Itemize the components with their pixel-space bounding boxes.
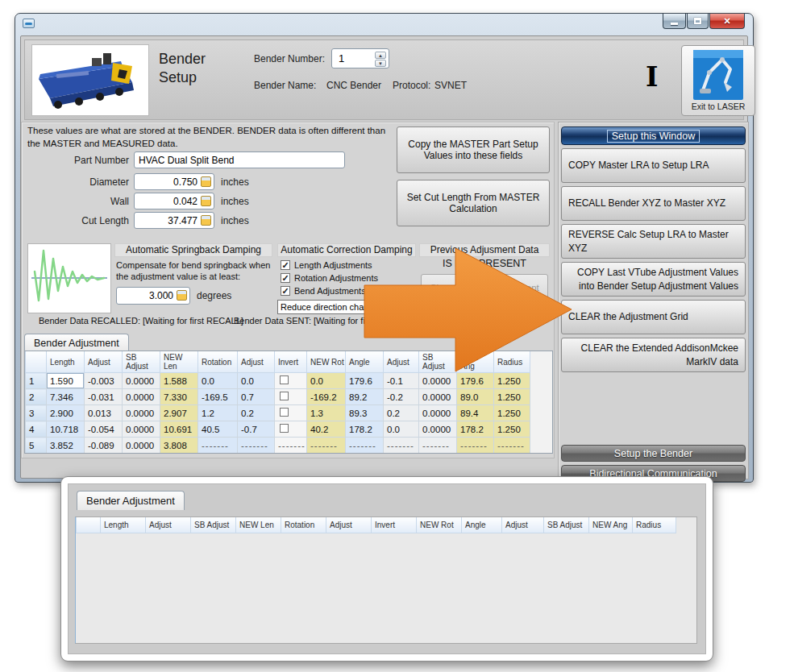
column-header[interactable]: SB Adjust bbox=[123, 351, 160, 373]
grid-cell[interactable]: 0.0000 bbox=[123, 405, 160, 421]
setup-the-bender-button[interactable]: Setup the Bender bbox=[561, 445, 746, 462]
grid-cell[interactable]: 179.6 bbox=[346, 373, 384, 389]
column-header[interactable]: Invert bbox=[275, 351, 307, 373]
bender-number-spinner[interactable]: 1 ▲ ▼ bbox=[331, 48, 389, 68]
grid-cell[interactable]: -169.2 bbox=[307, 389, 346, 405]
grid-cell[interactable]: 0.0000 bbox=[419, 389, 457, 405]
checkbox-icon[interactable]: ✓ bbox=[281, 286, 290, 296]
part-number-input[interactable]: HVAC Dual Split Bend bbox=[134, 151, 345, 168]
grid-cell[interactable]: 0.0 bbox=[384, 421, 419, 438]
grid-cell[interactable]: 0.7 bbox=[238, 389, 275, 405]
grid-cell[interactable] bbox=[275, 373, 307, 389]
grid-cell[interactable]: 0.2 bbox=[384, 405, 419, 421]
column-header[interactable]: SB Adjust bbox=[419, 351, 457, 373]
grid-cell[interactable]: 1.3 bbox=[307, 405, 346, 421]
grid-cell[interactable]: -169.5 bbox=[198, 389, 238, 405]
column-header[interactable]: NEW Rot bbox=[417, 517, 462, 533]
column-header[interactable]: Adjust bbox=[238, 351, 275, 373]
column-header[interactable]: NEW Ang bbox=[457, 351, 494, 373]
spinner-down-icon[interactable]: ▼ bbox=[375, 60, 386, 67]
grid-cell[interactable]: 0.0000 bbox=[123, 389, 160, 405]
grid-cell[interactable]: 89.3 bbox=[346, 405, 384, 421]
row-header[interactable]: 4 bbox=[26, 421, 47, 438]
column-header[interactable]: Rotation bbox=[198, 351, 238, 373]
reverse-calc-button[interactable]: REVERSE Calc Setup LRA to Master XYZ bbox=[561, 224, 746, 259]
column-header[interactable]: Radius bbox=[633, 517, 676, 533]
bend-adjustments-checkbox[interactable]: ✓ Bend Adjustments bbox=[281, 286, 366, 296]
column-header[interactable]: Adjust bbox=[326, 517, 372, 533]
grid-cell[interactable]: ------- bbox=[346, 438, 384, 454]
grid-cell[interactable]: 1.588 bbox=[160, 373, 198, 389]
copy-last-vtube-adjustments-button[interactable]: COPY Last VTube Adjustment Values into B… bbox=[561, 262, 746, 297]
column-header[interactable]: Radius bbox=[494, 351, 530, 373]
column-header[interactable]: NEW Len bbox=[236, 517, 281, 533]
column-header[interactable]: Angle bbox=[346, 351, 384, 373]
grid-cell[interactable] bbox=[275, 389, 307, 405]
row-header[interactable]: 1 bbox=[26, 373, 47, 389]
grid-cell[interactable] bbox=[275, 421, 307, 438]
length-adjustments-checkbox[interactable]: ✓ Length Adjustments bbox=[281, 260, 372, 270]
calculator-icon[interactable] bbox=[201, 196, 211, 206]
grid-cell[interactable]: -0.2 bbox=[384, 389, 419, 405]
grid-cell[interactable]: -0.7 bbox=[238, 421, 275, 438]
springback-threshold-input[interactable]: 3.000 bbox=[116, 287, 190, 305]
grid-cell[interactable]: ------- bbox=[275, 438, 307, 454]
copy-master-values-button[interactable]: Copy the MASTER Part Setup Values into t… bbox=[397, 127, 550, 173]
setup-this-window-button[interactable]: Setup this Window bbox=[561, 127, 746, 145]
calculator-icon[interactable] bbox=[177, 290, 187, 301]
invert-checkbox[interactable] bbox=[280, 392, 289, 400]
grid-cell[interactable]: 0.0000 bbox=[419, 405, 457, 421]
grid-cell[interactable]: 2.907 bbox=[160, 405, 198, 421]
column-header[interactable]: Length bbox=[101, 517, 146, 533]
invert-checkbox[interactable] bbox=[280, 424, 289, 433]
grid-cell[interactable]: -0.089 bbox=[85, 438, 123, 454]
wall-input[interactable]: 0.042 bbox=[134, 193, 214, 209]
row-header[interactable]: 2 bbox=[26, 389, 47, 405]
grid-cell[interactable]: 178.2 bbox=[346, 421, 384, 438]
row-header[interactable]: 5 bbox=[26, 438, 47, 454]
column-header[interactable]: Invert bbox=[372, 517, 417, 533]
calculator-icon[interactable] bbox=[201, 176, 211, 187]
spinner-up-icon[interactable]: ▲ bbox=[375, 52, 386, 59]
grid-cell[interactable]: 0.0000 bbox=[123, 373, 160, 389]
column-header[interactable]: Adjust bbox=[384, 351, 419, 373]
grid-cell[interactable]: 1.590 bbox=[47, 373, 85, 389]
grid-cell[interactable]: 0.0000 bbox=[419, 421, 457, 438]
column-header[interactable]: SB Adjust bbox=[191, 517, 236, 533]
grid-cell[interactable]: 40.5 bbox=[198, 421, 238, 438]
grid-cell[interactable] bbox=[275, 405, 307, 421]
copy-master-lra-button[interactable]: COPY Master LRA to Setup LRA bbox=[561, 148, 746, 183]
column-header[interactable]: NEW Ang bbox=[589, 517, 633, 533]
grid-cell[interactable]: 0.0 bbox=[238, 373, 275, 389]
maximize-button[interactable] bbox=[687, 14, 709, 29]
grid-cell[interactable]: 0.2 bbox=[238, 405, 275, 421]
grid-cell[interactable]: 0.0000 bbox=[123, 421, 160, 438]
row-header[interactable]: 3 bbox=[26, 405, 47, 421]
checkbox-icon[interactable]: ✓ bbox=[281, 273, 290, 283]
grid-cell[interactable]: 179.6 bbox=[457, 373, 494, 389]
calculator-icon[interactable] bbox=[201, 215, 211, 226]
grid-cell[interactable]: 0.013 bbox=[85, 405, 123, 421]
grid-cell[interactable]: ------- bbox=[457, 438, 494, 454]
column-header[interactable]: Rotation bbox=[281, 517, 326, 533]
grid-cell[interactable]: -0.054 bbox=[85, 421, 123, 438]
titlebar[interactable]: ✕ bbox=[15, 14, 753, 35]
reduce-direction-change-control[interactable]: Reduce direction change or bbox=[277, 300, 392, 314]
grid-cell[interactable]: ------- bbox=[384, 438, 419, 454]
grid-cell[interactable]: 0.0000 bbox=[419, 373, 457, 389]
cut-length-input[interactable]: 37.477 bbox=[134, 212, 214, 229]
grid-cell[interactable]: 10.691 bbox=[160, 421, 198, 438]
grid-cell[interactable]: ------- bbox=[238, 438, 275, 454]
checkbox-icon[interactable]: ✓ bbox=[281, 260, 290, 270]
grid-cell[interactable]: 89.4 bbox=[457, 405, 494, 421]
column-header[interactable]: Adjust bbox=[146, 517, 191, 533]
column-header[interactable]: NEW Rot bbox=[307, 351, 346, 373]
minimize-button[interactable] bbox=[663, 14, 686, 29]
diameter-input[interactable]: 0.750 bbox=[134, 173, 214, 190]
grid-cell[interactable]: 0.0000 bbox=[123, 438, 160, 454]
grid-cell[interactable]: 178.2 bbox=[457, 421, 494, 438]
clear-previous-values-button[interactable]: Clear Previous Adjustment Values bbox=[421, 274, 548, 311]
set-cut-length-button[interactable]: Set Cut Length From MASTER Calculation bbox=[397, 180, 550, 226]
grid-cell[interactable]: 1.2 bbox=[198, 405, 238, 421]
grid-cell[interactable]: 7.330 bbox=[160, 389, 198, 405]
